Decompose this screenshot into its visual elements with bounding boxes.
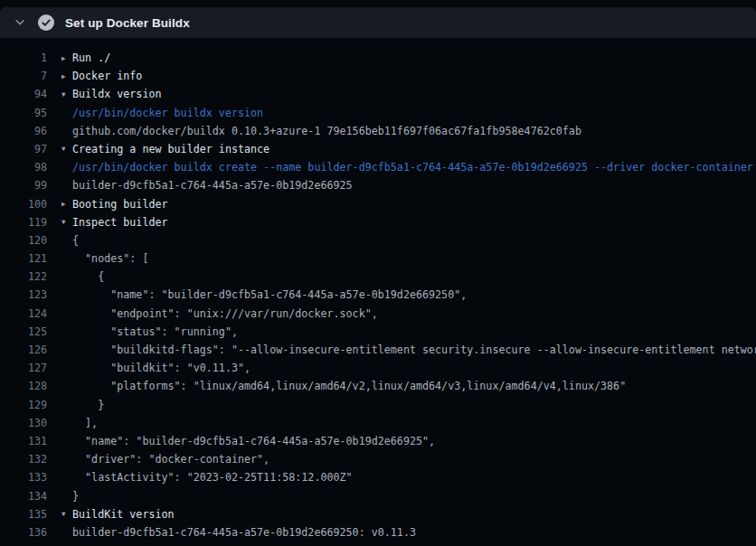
group-collapsed-icon[interactable]: ▶ [61,195,66,213]
group-expanded-icon[interactable]: ▼ [61,140,66,158]
line-number[interactable]: 131 [0,432,47,450]
line-number[interactable]: 127 [0,359,47,377]
log-line: 131 "name": "builder-d9cfb5a1-c764-445a-… [0,432,756,450]
log-line: 127 "buildkit": "v0.11.3", [0,359,756,377]
log-line: 130 ], [0,414,756,432]
line-text: builder-d9cfb5a1-c764-445a-a57e-0b19d2e6… [47,523,756,541]
line-number[interactable]: 98 [0,158,47,176]
log-line: 125 "status": "running", [0,323,756,341]
line-number[interactable]: 100 [0,195,47,213]
line-number[interactable]: 124 [0,305,47,323]
group-header-label[interactable]: ▼Buildx version [47,85,756,103]
line-text: github.com/docker/buildx 0.10.3+azure-1 … [47,122,756,140]
group-header-label[interactable]: ▼BuildKit version [47,505,756,523]
log-line: 134 } [0,487,756,505]
line-number[interactable]: 135 [0,505,47,523]
line-text: { [47,268,756,286]
log-line: 99 builder-d9cfb5a1-c764-445a-a57e-0b19d… [0,176,756,194]
line-text: /usr/bin/docker buildx version [47,104,756,122]
line-text: builder-d9cfb5a1-c764-445a-a57e-0b19d2e6… [47,176,756,194]
group-header-label[interactable]: ▼Creating a new builder instance [47,140,756,158]
chevron-down-icon[interactable] [14,16,26,29]
line-number[interactable]: 126 [0,341,47,359]
log-line: 119 ▼Inspect builder [0,213,756,231]
line-text: ], [47,414,756,432]
group-collapsed-icon[interactable]: ▶ [61,68,66,86]
log-line: 97 ▼Creating a new builder instance [0,140,756,158]
step-title: Set up Docker Buildx [65,16,190,30]
log-line: 1 ▶Run ./ [0,49,756,67]
log-line: 95 /usr/bin/docker buildx version [0,104,756,122]
log-line: 128 "platforms": "linux/amd64,linux/amd6… [0,377,756,395]
log-line: 7 ▶Docker info [0,67,756,85]
line-text: "buildkitd-flags": "--allow-insecure-ent… [47,341,756,359]
line-number[interactable]: 128 [0,377,47,395]
line-number[interactable]: 122 [0,268,47,286]
line-text: { [47,231,756,249]
log-line: 129 } [0,396,756,414]
log-line: 124 "endpoint": "unix:///var/run/docker.… [0,305,756,323]
line-number[interactable]: 7 [0,67,47,85]
line-text: "lastActivity": "2023-02-25T11:58:12.000… [47,468,756,486]
log-line: 123 "name": "builder-d9cfb5a1-c764-445a-… [0,286,756,304]
line-number[interactable]: 99 [0,176,47,194]
line-number[interactable]: 96 [0,122,47,140]
line-text: "driver": "docker-container", [47,450,756,468]
line-number[interactable]: 136 [0,523,47,541]
log-line: 121 "nodes": [ [0,249,756,268]
group-header-label[interactable]: ▶Run ./ [47,49,756,67]
step-header[interactable]: Set up Docker Buildx [0,7,756,38]
group-header-label[interactable]: ▶Booting builder [47,195,756,213]
log-line: 120 { [0,231,756,249]
line-text: "nodes": [ [47,249,756,268]
line-number[interactable]: 121 [0,249,47,268]
line-number[interactable]: 133 [0,468,47,486]
group-expanded-icon[interactable]: ▼ [61,505,66,523]
line-number[interactable]: 134 [0,487,47,505]
line-text: "name": "builder-d9cfb5a1-c764-445a-a57e… [47,432,756,450]
log-line: 135 ▼BuildKit version [0,505,756,523]
line-number[interactable]: 130 [0,414,47,432]
line-text: } [47,487,756,505]
log-line: 96 github.com/docker/buildx 0.10.3+azure… [0,122,756,140]
log-line: 122 { [0,268,756,286]
actions-log-viewer: Set up Docker Buildx 1 ▶Run ./ 7 ▶Docker… [0,7,756,541]
line-number[interactable]: 125 [0,323,47,341]
line-number[interactable]: 123 [0,286,47,304]
line-number[interactable]: 129 [0,396,47,414]
group-header-label[interactable]: ▶Docker info [47,67,756,85]
line-text: "buildkit": "v0.11.3", [47,359,756,377]
group-header-label[interactable]: ▼Inspect builder [47,213,756,231]
line-text: "endpoint": "unix:///var/run/docker.sock… [47,305,756,323]
log-line: 94 ▼Buildx version [0,85,756,103]
check-circle-icon [38,14,54,31]
line-number[interactable]: 97 [0,140,47,158]
log-line: 132 "driver": "docker-container", [0,450,756,468]
line-number[interactable]: 94 [0,85,47,103]
log-line: 133 "lastActivity": "2023-02-25T11:58:12… [0,468,756,486]
line-text: "platforms": "linux/amd64,linux/amd64/v2… [47,377,756,395]
line-number[interactable]: 132 [0,450,47,468]
line-text: "name": "builder-d9cfb5a1-c764-445a-a57e… [47,286,756,304]
log-line: 98 /usr/bin/docker buildx create --name … [0,158,756,176]
line-number[interactable]: 95 [0,104,47,122]
group-collapsed-icon[interactable]: ▶ [61,50,66,68]
log-line: 126 "buildkitd-flags": "--allow-insecure… [0,341,756,359]
line-number[interactable]: 1 [0,49,47,67]
line-text: "status": "running", [47,323,756,341]
log-line: 136 builder-d9cfb5a1-c764-445a-a57e-0b19… [0,523,756,541]
line-number[interactable]: 119 [0,213,47,231]
line-number[interactable]: 120 [0,231,47,249]
line-text: } [47,396,756,414]
log-body: 1 ▶Run ./ 7 ▶Docker info 94 ▼Buildx vers… [0,38,756,541]
line-text: /usr/bin/docker buildx create --name bui… [47,158,756,176]
group-expanded-icon[interactable]: ▼ [61,213,66,231]
group-expanded-icon[interactable]: ▼ [61,86,66,104]
log-line: 100 ▶Booting builder [0,195,756,213]
